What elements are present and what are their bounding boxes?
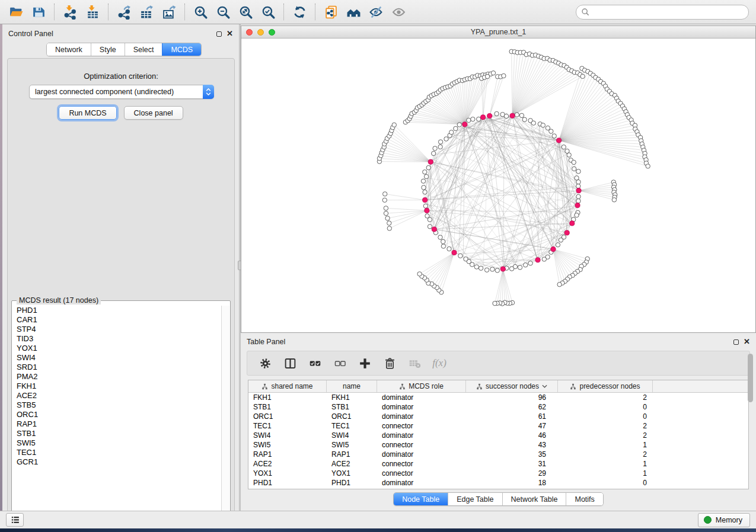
network-node[interactable]: [423, 204, 428, 208]
mcds-node[interactable]: [535, 258, 540, 262]
network-node[interactable]: [422, 185, 426, 190]
apply-layout-button[interactable]: [288, 2, 311, 22]
mcds-result-item[interactable]: SWI5: [12, 438, 221, 448]
zoom-out-button[interactable]: [212, 2, 234, 22]
float-panel-icon[interactable]: [216, 31, 222, 37]
scrollbar-thumb[interactable]: [748, 354, 753, 402]
network-node[interactable]: [575, 213, 579, 217]
export-network-button[interactable]: [113, 2, 135, 22]
network-node[interactable]: [457, 123, 461, 127]
mcds-result-item[interactable]: SWI4: [12, 353, 221, 363]
network-node[interactable]: [449, 130, 454, 134]
mcds-result-item[interactable]: GCR1: [12, 457, 221, 467]
network-node[interactable]: [385, 216, 390, 220]
table-row[interactable]: STB1STB1dominator620: [248, 402, 748, 412]
network-node[interactable]: [392, 123, 396, 127]
export-image-button[interactable]: [158, 2, 180, 22]
new-network-from-selection-button[interactable]: [320, 2, 342, 22]
network-node[interactable]: [432, 151, 436, 155]
network-node[interactable]: [417, 272, 422, 276]
network-node[interactable]: [504, 114, 508, 118]
network-node[interactable]: [562, 145, 566, 149]
network-node[interactable]: [425, 214, 429, 218]
network-node[interactable]: [495, 268, 499, 273]
network-node[interactable]: [576, 169, 580, 174]
search-input[interactable]: [593, 8, 744, 16]
mcds-result-item[interactable]: ORC1: [12, 410, 221, 419]
table-row[interactable]: ACE2ACE2connector311: [248, 459, 748, 469]
mcds-node[interactable]: [570, 221, 575, 226]
network-node[interactable]: [474, 265, 479, 269]
mcds-node[interactable]: [432, 227, 436, 232]
show-all-button[interactable]: [387, 2, 410, 22]
mcds-node[interactable]: [423, 198, 428, 203]
network-node[interactable]: [549, 129, 553, 133]
mcds-result-item[interactable]: PMA2: [12, 372, 221, 382]
mcds-result-item[interactable]: RAP1: [12, 419, 221, 429]
zoom-selected-button[interactable]: [257, 2, 279, 22]
mcds-node[interactable]: [462, 122, 467, 127]
table-tab-motifs[interactable]: Motifs: [566, 493, 602, 505]
table-row[interactable]: TEC1TEC1connector472: [248, 421, 748, 431]
unselect-all-button[interactable]: [333, 356, 347, 370]
close-panel-button[interactable]: Close panel: [124, 106, 183, 120]
network-node[interactable]: [646, 164, 650, 168]
toolbar-search[interactable]: [576, 5, 749, 20]
mcds-result-item[interactable]: SRD1: [12, 363, 221, 372]
memory-button[interactable]: Memory: [698, 513, 750, 527]
tab-style[interactable]: Style: [91, 43, 125, 56]
network-node[interactable]: [557, 283, 562, 287]
mcds-result-item[interactable]: CAR1: [12, 315, 221, 325]
network-node[interactable]: [531, 121, 535, 125]
network-node[interactable]: [485, 74, 489, 78]
import-network-button[interactable]: [59, 2, 81, 22]
mcds-node[interactable]: [557, 138, 562, 143]
network-node[interactable]: [522, 117, 527, 121]
close-panel-icon[interactable]: ✕: [744, 339, 750, 345]
table-row[interactable]: RAP1RAP1dominator352: [248, 450, 748, 459]
network-node[interactable]: [421, 179, 425, 183]
network-node[interactable]: [559, 238, 563, 242]
table-row[interactable]: YOX1YOX1connector291: [248, 469, 748, 478]
mcds-result-item[interactable]: STB5: [12, 400, 221, 410]
network-node[interactable]: [454, 126, 458, 130]
network-node[interactable]: [528, 261, 532, 265]
network-node[interactable]: [423, 170, 427, 174]
mcds-node[interactable]: [487, 114, 492, 118]
network-node[interactable]: [519, 113, 524, 117]
network-node[interactable]: [383, 192, 387, 196]
network-node[interactable]: [493, 301, 497, 305]
mcds-node[interactable]: [481, 115, 486, 120]
network-node[interactable]: [471, 117, 475, 121]
close-panel-icon[interactable]: ✕: [227, 31, 233, 37]
network-node[interactable]: [382, 198, 387, 202]
network-window-titlebar[interactable]: YPA_prune.txt_1: [241, 26, 755, 39]
float-panel-icon[interactable]: [733, 339, 739, 345]
network-node[interactable]: [552, 134, 556, 138]
save-session-button[interactable]: [27, 2, 50, 22]
network-node[interactable]: [490, 267, 495, 271]
export-table-button[interactable]: [135, 2, 158, 22]
network-node[interactable]: [484, 268, 489, 272]
mcds-node[interactable]: [500, 267, 505, 271]
column-header-predecessor-nodes[interactable]: predecessor nodes: [558, 380, 653, 392]
network-node[interactable]: [541, 123, 545, 127]
network-node[interactable]: [502, 73, 506, 78]
hide-selected-button[interactable]: [365, 2, 387, 22]
network-node[interactable]: [576, 194, 580, 198]
column-header-shared-name[interactable]: shared name: [248, 380, 327, 392]
network-node[interactable]: [491, 71, 495, 75]
column-header-MCDS-role[interactable]: MCDS role: [377, 380, 466, 392]
mcds-node[interactable]: [425, 208, 429, 213]
mcds-result-item[interactable]: ACE2: [12, 391, 221, 400]
table-tab-node-table[interactable]: Node Table: [394, 493, 448, 505]
table-tab-edge-table[interactable]: Edge Table: [448, 493, 502, 505]
column-header-successor-nodes[interactable]: successor nodes: [466, 380, 558, 392]
mcds-result-item[interactable]: FKH1: [12, 382, 221, 391]
table-tab-network-table[interactable]: Network Table: [502, 493, 566, 505]
first-neighbors-button[interactable]: [342, 2, 365, 22]
network-node[interactable]: [433, 146, 437, 150]
network-node[interactable]: [441, 244, 445, 248]
network-node[interactable]: [477, 117, 481, 121]
network-node[interactable]: [556, 243, 560, 247]
